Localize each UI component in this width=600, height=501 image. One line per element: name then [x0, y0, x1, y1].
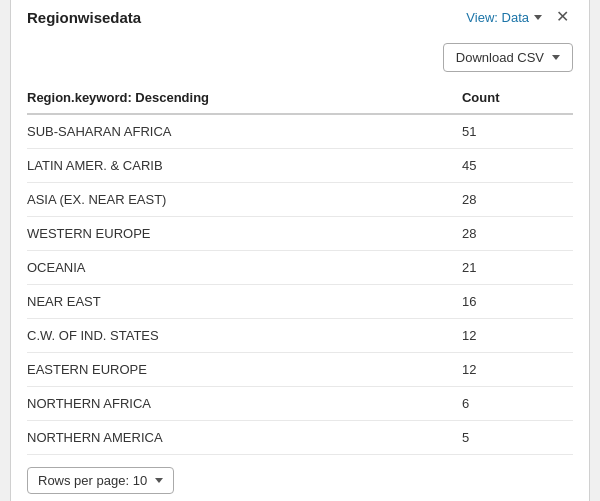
table-row: WESTERN EUROPE28: [27, 217, 573, 251]
region-cell: OCEANIA: [27, 251, 452, 285]
column-count-header: Count: [452, 82, 573, 114]
data-card: Regionwisedata View: Data ✕ Download CSV…: [10, 0, 590, 501]
region-cell: SUB-SAHARAN AFRICA: [27, 114, 452, 149]
download-csv-label: Download CSV: [456, 50, 544, 65]
column-region-header: Region.keyword: Descending: [27, 82, 452, 114]
region-cell: NORTHERN AMERICA: [27, 421, 452, 455]
table-row: NORTHERN AFRICA6: [27, 387, 573, 421]
table-row: SUB-SAHARAN AFRICA51: [27, 114, 573, 149]
table-header: Region.keyword: Descending Count: [27, 82, 573, 114]
table-row: C.W. OF IND. STATES12: [27, 319, 573, 353]
close-button[interactable]: ✕: [552, 7, 573, 27]
count-cell: 5: [452, 421, 573, 455]
count-cell: 6: [452, 387, 573, 421]
table-row: OCEANIA21: [27, 251, 573, 285]
table-row: NEAR EAST16: [27, 285, 573, 319]
table-row: LATIN AMER. & CARIB45: [27, 149, 573, 183]
region-cell: WESTERN EUROPE: [27, 217, 452, 251]
chevron-down-icon: [534, 15, 542, 20]
data-table: Region.keyword: Descending Count SUB-SAH…: [27, 82, 573, 455]
table-row: NORTHERN AMERICA5: [27, 421, 573, 455]
count-cell: 12: [452, 319, 573, 353]
toolbar: Download CSV: [11, 37, 589, 82]
table-body: SUB-SAHARAN AFRICA51LATIN AMER. & CARIB4…: [27, 114, 573, 455]
count-cell: 21: [452, 251, 573, 285]
rows-per-page-chevron-icon: [155, 478, 163, 483]
header-right: View: Data ✕: [466, 7, 573, 27]
view-data-label: View: Data: [466, 10, 529, 25]
rows-per-page-button[interactable]: Rows per page: 10: [27, 467, 174, 494]
download-csv-button[interactable]: Download CSV: [443, 43, 573, 72]
count-cell: 16: [452, 285, 573, 319]
card-title: Regionwisedata: [27, 9, 141, 26]
region-cell: ASIA (EX. NEAR EAST): [27, 183, 452, 217]
count-cell: 45: [452, 149, 573, 183]
count-cell: 12: [452, 353, 573, 387]
rows-per-page-label: Rows per page: 10: [38, 473, 147, 488]
count-cell: 28: [452, 217, 573, 251]
footer: Rows per page: 10: [11, 455, 589, 501]
view-data-link[interactable]: View: Data: [466, 10, 542, 25]
region-cell: LATIN AMER. & CARIB: [27, 149, 452, 183]
download-chevron-icon: [552, 55, 560, 60]
count-cell: 51: [452, 114, 573, 149]
table-row: EASTERN EUROPE12: [27, 353, 573, 387]
region-cell: NEAR EAST: [27, 285, 452, 319]
card-header: Regionwisedata View: Data ✕: [11, 0, 589, 37]
region-cell: C.W. OF IND. STATES: [27, 319, 452, 353]
region-cell: EASTERN EUROPE: [27, 353, 452, 387]
table-container: Region.keyword: Descending Count SUB-SAH…: [11, 82, 589, 455]
table-row: ASIA (EX. NEAR EAST)28: [27, 183, 573, 217]
count-cell: 28: [452, 183, 573, 217]
region-cell: NORTHERN AFRICA: [27, 387, 452, 421]
